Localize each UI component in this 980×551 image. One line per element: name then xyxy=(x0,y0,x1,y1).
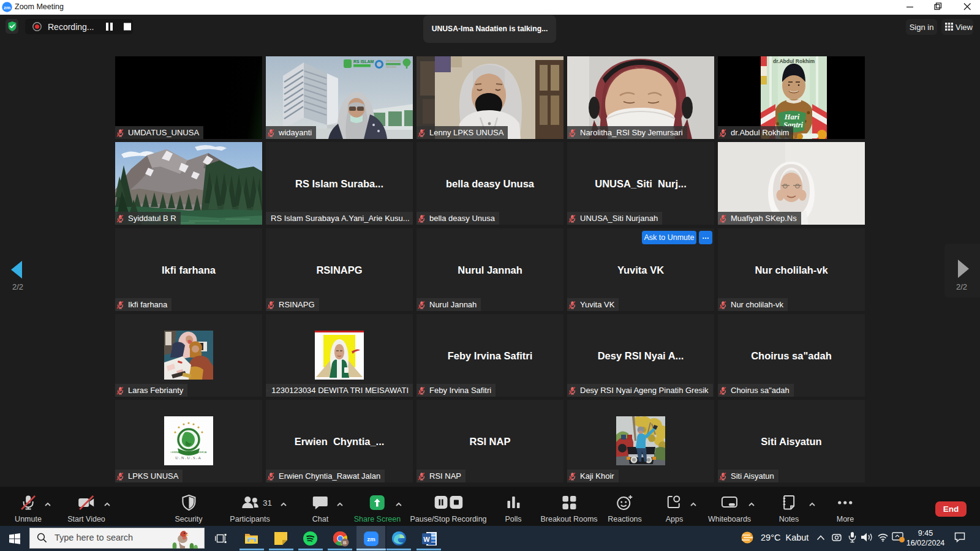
svg-text:zm: zm xyxy=(4,5,10,10)
svg-text:W: W xyxy=(423,536,430,543)
svg-text:dr.Abdul Rokhim: dr.Abdul Rokhim xyxy=(773,58,815,64)
svg-text:RS ISLAM: RS ISLAM xyxy=(353,59,374,64)
svg-text:B: B xyxy=(343,540,347,545)
svg-text:Hari: Hari xyxy=(784,113,800,121)
svg-text:U.N.U.S.A: U.N.U.S.A xyxy=(175,455,202,460)
svg-text:zm: zm xyxy=(367,536,375,542)
svg-text:LEMBAGA PELATIHAN KERJA: LEMBAGA PELATIHAN KERJA xyxy=(171,451,207,454)
